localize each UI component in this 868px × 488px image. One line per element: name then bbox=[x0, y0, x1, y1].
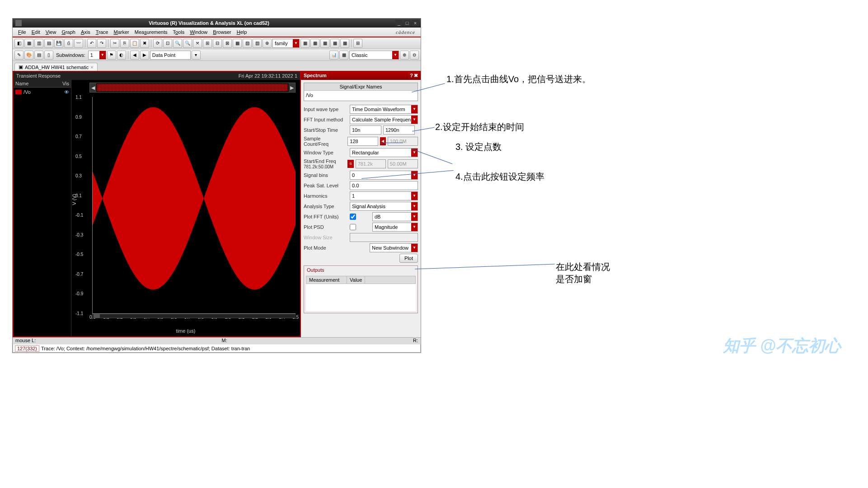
menu-window[interactable]: Window bbox=[187, 29, 210, 35]
tool-icon[interactable]: ▦ bbox=[340, 39, 349, 48]
zoom-fit-icon[interactable]: ⊡ bbox=[163, 39, 172, 48]
tool-icon[interactable]: ◐ bbox=[117, 51, 126, 60]
plot-button[interactable]: Plot bbox=[399, 254, 418, 263]
menu-trace[interactable]: Trace bbox=[93, 29, 111, 35]
samp-toggle-button[interactable]: ◀ bbox=[380, 137, 386, 145]
select-pfft-units[interactable]: dB bbox=[372, 212, 418, 221]
grid-icon[interactable]: ⊞ bbox=[353, 39, 362, 48]
select-window[interactable]: Rectangular bbox=[350, 148, 418, 157]
select-fft[interactable]: Calculate Sample Frequen bbox=[350, 115, 418, 124]
legend-item[interactable]: /Vo 👁 bbox=[14, 88, 71, 97]
overview-strip[interactable]: ◀ ▶ bbox=[89, 83, 296, 93]
paste-icon[interactable]: 📋 bbox=[130, 39, 139, 48]
menu-tools[interactable]: Tools bbox=[170, 29, 187, 35]
family-select[interactable]: family bbox=[272, 39, 300, 48]
tool-icon[interactable]: ▦ bbox=[233, 39, 242, 48]
panel-close-icon[interactable]: ✖ bbox=[414, 73, 418, 79]
tool-icon[interactable]: ⊕ bbox=[263, 39, 272, 48]
menu-graph[interactable]: Graph bbox=[59, 29, 78, 35]
datapoint-field[interactable]: Data Point bbox=[150, 51, 191, 60]
scroll-right-icon[interactable]: ▶ bbox=[289, 83, 295, 92]
print-icon[interactable]: ⎙ bbox=[64, 39, 73, 48]
input-stop-time[interactable]: 1290n bbox=[383, 125, 415, 135]
tab-close-icon[interactable]: × bbox=[90, 65, 93, 70]
delete-icon[interactable]: ✖ bbox=[140, 39, 149, 48]
visibility-icon[interactable]: 👁 bbox=[64, 89, 69, 95]
refresh-icon[interactable]: ⟳ bbox=[153, 39, 162, 48]
copy-icon[interactable]: ⎘ bbox=[120, 39, 129, 48]
subwindows-select[interactable]: 1 bbox=[88, 51, 106, 60]
calc-icon[interactable]: ▦ bbox=[339, 51, 348, 60]
set-freq-button[interactable]: S bbox=[347, 160, 353, 168]
select-analysis[interactable]: Signal Analysis bbox=[350, 202, 418, 211]
cut-icon[interactable]: ✂ bbox=[110, 39, 119, 48]
menu-measurements[interactable]: Measurements bbox=[132, 29, 170, 35]
tool-icon[interactable]: ⊟ bbox=[213, 39, 222, 48]
tool-icon[interactable]: ⊠ bbox=[223, 39, 232, 48]
input-harmonics[interactable]: 1 bbox=[350, 191, 418, 200]
zoom-in-icon[interactable]: 🔍 bbox=[173, 39, 182, 48]
checkbox-ppsd[interactable] bbox=[350, 224, 356, 230]
checkbox-pfft[interactable] bbox=[350, 214, 356, 220]
titlebar[interactable]: Virtuoso (R) Visualization & Analysis XL… bbox=[13, 19, 421, 28]
chart-icon[interactable]: 📊 bbox=[329, 51, 338, 60]
chart-area[interactable]: ◀ ▶ 1.10.90.70.50.30.1-0.1-0.3-0.5-0.7-0… bbox=[71, 80, 300, 336]
save-icon[interactable]: 💾 bbox=[54, 39, 63, 48]
flag-icon[interactable]: ⚑ bbox=[107, 51, 116, 60]
tool-icon[interactable]: ▨ bbox=[243, 39, 252, 48]
tool-icon[interactable]: ▯ bbox=[44, 51, 53, 60]
tool-icon[interactable]: ▧ bbox=[253, 39, 262, 48]
tool-icon[interactable]: ▦ bbox=[320, 39, 329, 48]
input-start-time[interactable]: 10n bbox=[350, 125, 381, 135]
tool-icon[interactable]: 〰 bbox=[74, 39, 83, 48]
wand-icon[interactable]: ✎ bbox=[14, 51, 23, 60]
select-ppsd[interactable]: Magnitude bbox=[372, 223, 418, 232]
minimize-button[interactable]: _ bbox=[395, 20, 403, 26]
menu-marker[interactable]: Marker bbox=[111, 29, 131, 35]
select-plotmode[interactable]: New Subwindow bbox=[370, 243, 418, 252]
sigbox-value[interactable]: /Vo bbox=[304, 91, 418, 101]
maximize-button[interactable]: □ bbox=[404, 20, 411, 26]
overview-wave bbox=[97, 84, 288, 91]
input-sample-count[interactable]: 128 bbox=[347, 137, 378, 146]
y-axis-label: V (V) bbox=[71, 194, 77, 205]
tool-icon[interactable]: ▤ bbox=[44, 39, 53, 48]
palette-icon[interactable]: 🎨 bbox=[24, 51, 33, 60]
tab-schematic[interactable]: ▣ ADDA_HW HW41 schematic × bbox=[14, 63, 98, 71]
tool-icon[interactable]: ⊖ bbox=[410, 51, 419, 60]
menu-help[interactable]: Help bbox=[234, 29, 250, 35]
select-inwave[interactable]: Time Domain Waveform bbox=[350, 105, 418, 114]
tool-icon[interactable]: ▥ bbox=[34, 39, 43, 48]
zoom-icon[interactable]: ⤧ bbox=[193, 39, 202, 48]
menu-edit[interactable]: Edit bbox=[29, 29, 43, 35]
h-scrollbar[interactable] bbox=[92, 314, 296, 318]
tool-icon[interactable]: ▦ bbox=[330, 39, 339, 48]
tool-icon[interactable]: ▦ bbox=[300, 39, 310, 48]
classic-select[interactable]: Classic bbox=[349, 51, 399, 60]
panel-header[interactable]: Spectrum ? ✖ bbox=[301, 71, 421, 80]
redo-icon[interactable]: ↷ bbox=[97, 39, 106, 48]
tool-icon[interactable]: ◧ bbox=[14, 39, 23, 48]
tool-icon[interactable]: ⊕ bbox=[400, 51, 409, 60]
scroll-left-icon[interactable]: ◀ bbox=[90, 83, 96, 92]
plot-axes[interactable]: 1.10.90.70.50.30.1-0.1-0.3-0.5-0.7-0.9-1… bbox=[92, 97, 296, 314]
menu-file[interactable]: File bbox=[15, 29, 29, 35]
input-bins[interactable]: 0 bbox=[350, 171, 418, 180]
tool-icon[interactable]: ▦ bbox=[310, 39, 319, 48]
tool-icon[interactable]: ⊞ bbox=[203, 39, 212, 48]
tool-icon[interactable]: ▤ bbox=[34, 51, 43, 60]
tool-icon[interactable]: ▦ bbox=[24, 39, 33, 48]
menu-browser[interactable]: Browser bbox=[210, 29, 234, 35]
col-value[interactable]: Value bbox=[347, 276, 365, 284]
undo-icon[interactable]: ↶ bbox=[87, 39, 96, 48]
input-peak[interactable]: 0.0 bbox=[350, 181, 418, 190]
close-button[interactable]: × bbox=[412, 20, 419, 26]
dropdown-icon[interactable]: ▾ bbox=[192, 51, 201, 60]
col-measurement[interactable]: Measurement bbox=[306, 276, 347, 284]
next-icon[interactable]: ▶ bbox=[140, 51, 149, 60]
menu-view[interactable]: View bbox=[43, 29, 59, 35]
help-icon[interactable]: ? bbox=[410, 73, 413, 79]
prev-icon[interactable]: ◀ bbox=[130, 51, 139, 60]
zoom-out-icon[interactable]: 🔍 bbox=[183, 39, 192, 48]
menu-axis[interactable]: Axis bbox=[78, 29, 93, 35]
